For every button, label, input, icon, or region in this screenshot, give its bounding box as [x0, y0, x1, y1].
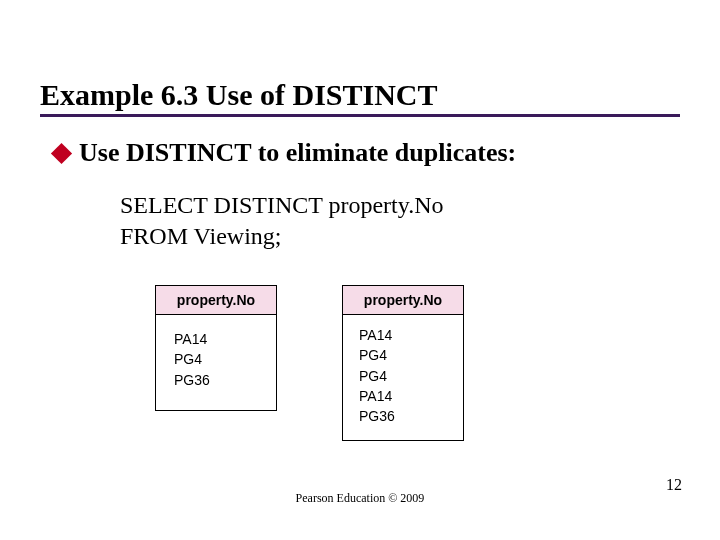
tables-row: property.No PA14 PG4 PG36 property.No PA… [155, 285, 464, 441]
bullet-row: Use DISTINCT to eliminate duplicates: [54, 138, 516, 168]
table-header-right: property.No [343, 286, 463, 315]
table-row: PG4 [359, 366, 447, 386]
bullet-text: Use DISTINCT to eliminate duplicates: [79, 138, 516, 168]
table-row: PA14 [359, 386, 447, 406]
footer-credit: Pearson Education © 2009 [0, 491, 720, 506]
table-row: PA14 [359, 325, 447, 345]
table-row: PA14 [174, 329, 258, 349]
diamond-bullet-icon [51, 142, 72, 163]
table-body-left: PA14 PG4 PG36 [156, 315, 276, 410]
code-line-1: SELECT DISTINCT property.No [120, 190, 444, 221]
sql-code-block: SELECT DISTINCT property.No FROM Viewing… [120, 190, 444, 252]
table-row: PG36 [174, 370, 258, 390]
table-body-right: PA14 PG4 PG4 PA14 PG36 [343, 315, 463, 440]
result-table-right: property.No PA14 PG4 PG4 PA14 PG36 [342, 285, 464, 441]
table-row: PG4 [359, 345, 447, 365]
table-row: PG36 [359, 406, 447, 426]
page-number: 12 [666, 476, 682, 494]
result-table-left: property.No PA14 PG4 PG36 [155, 285, 277, 411]
code-line-2: FROM Viewing; [120, 221, 444, 252]
table-row: PG4 [174, 349, 258, 369]
slide-title-wrap: Example 6.3 Use of DISTINCT [40, 78, 680, 117]
slide-title: Example 6.3 Use of DISTINCT [40, 78, 680, 114]
table-header-left: property.No [156, 286, 276, 315]
